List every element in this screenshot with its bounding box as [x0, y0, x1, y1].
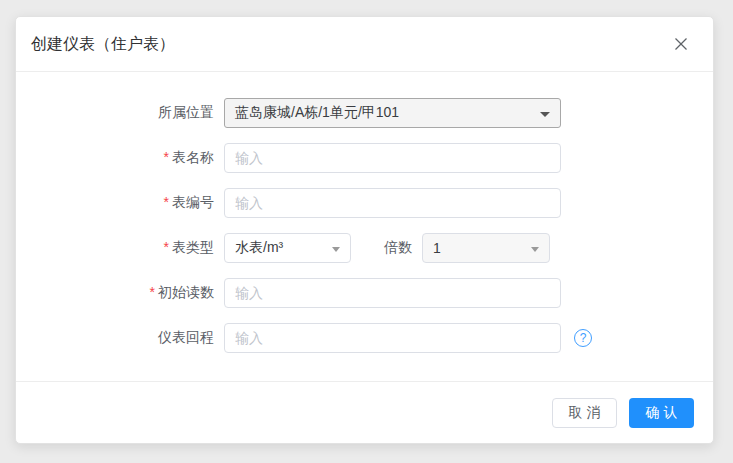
dialog-title: 创建仪表（住户表） — [31, 34, 175, 55]
close-button[interactable] — [671, 34, 691, 54]
required-asterisk: * — [150, 284, 155, 300]
cancel-button[interactable]: 取 消 — [552, 398, 617, 428]
meter-type-select[interactable]: 水表/m³ — [224, 233, 351, 263]
meter-range-label: 仪表回程 — [16, 329, 214, 347]
initial-reading-input[interactable] — [224, 278, 561, 308]
close-icon — [673, 36, 689, 52]
multiplier-label: 倍数 — [384, 239, 412, 257]
create-meter-dialog: 创建仪表（住户表） 所属位置 蓝岛康城/A栋/1单元/甲101 *表名称 *表编 — [15, 16, 714, 444]
meter-name-input[interactable] — [224, 143, 561, 173]
dialog-body: 所属位置 蓝岛康城/A栋/1单元/甲101 *表名称 *表编号 *表类型 水表/… — [16, 72, 713, 381]
meter-range-input[interactable] — [224, 323, 561, 353]
form-row-meter-code: *表编号 — [16, 188, 713, 218]
dialog-header: 创建仪表（住户表） — [16, 17, 713, 72]
form-row-location: 所属位置 蓝岛康城/A栋/1单元/甲101 — [16, 98, 713, 128]
form-row-initial-reading: *初始读数 — [16, 278, 713, 308]
meter-code-label: *表编号 — [16, 194, 214, 212]
location-label: 所属位置 — [16, 104, 214, 122]
required-asterisk: * — [164, 149, 169, 165]
location-select-value: 蓝岛康城/A栋/1单元/甲101 — [235, 104, 399, 122]
required-asterisk: * — [164, 239, 169, 255]
initial-reading-label: *初始读数 — [16, 284, 214, 302]
form-row-meter-range: 仪表回程 ? — [16, 323, 713, 353]
help-icon[interactable]: ? — [574, 329, 592, 347]
form-row-meter-type: *表类型 水表/m³ 倍数 1 — [16, 233, 713, 263]
required-asterisk: * — [164, 194, 169, 210]
meter-code-input[interactable] — [224, 188, 561, 218]
multiplier-select-value: 1 — [433, 240, 441, 256]
meter-type-label: *表类型 — [16, 239, 214, 257]
meter-type-select-value: 水表/m³ — [235, 239, 283, 257]
multiplier-select[interactable]: 1 — [422, 233, 550, 263]
location-select[interactable]: 蓝岛康城/A栋/1单元/甲101 — [224, 98, 561, 128]
dialog-footer: 取 消 确 认 — [16, 381, 713, 443]
form-row-meter-name: *表名称 — [16, 143, 713, 173]
meter-name-label: *表名称 — [16, 149, 214, 167]
confirm-button[interactable]: 确 认 — [629, 398, 694, 428]
